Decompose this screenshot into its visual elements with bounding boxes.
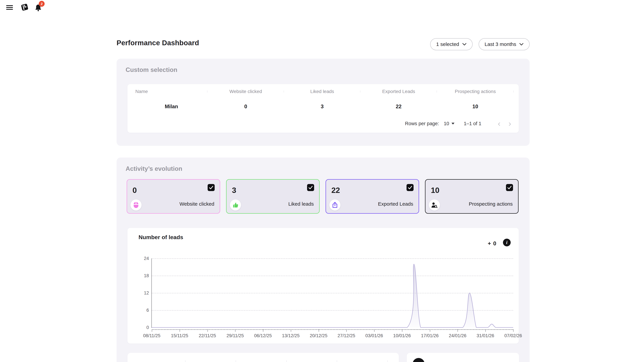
stat-card-liked-leads[interactable]: 3 Liked leads	[226, 179, 320, 214]
pagination-range: 1–1 of 1	[464, 121, 481, 126]
export-icon	[332, 202, 338, 208]
x-axis-tick-label: 22/11/25	[194, 333, 221, 338]
x-axis-tick-label: 10/01/26	[388, 333, 416, 338]
rows-per-page-select[interactable]: 10	[444, 121, 454, 126]
stat-label: Website clicked	[180, 201, 214, 207]
custom-selection-table: Name Website clicked Liked leads Exporte…	[128, 84, 519, 133]
table-row: Milan 0 3 22 10	[128, 99, 519, 114]
column-header-prospecting-actions: Prospecting actions	[437, 89, 514, 94]
y-axis-tick-label: 0	[136, 325, 149, 330]
table-header-row: Name Website clicked Liked leads Exporte…	[128, 84, 519, 99]
chart-delta-value: + 0	[488, 240, 496, 247]
chart-title: Number of leads	[138, 234, 183, 241]
app-logo-icon[interactable]	[20, 3, 29, 11]
header-filters: 1 selected Last 3 months	[430, 38, 530, 50]
column-header-website-clicked: Website clicked	[208, 89, 284, 94]
x-axis-tick-label: 08/11/25	[138, 333, 165, 338]
checkbox-checked-icon[interactable]	[208, 184, 215, 191]
selected-filter-dropdown[interactable]: 1 selected	[430, 38, 472, 50]
column-divider	[388, 360, 388, 362]
stat-card-website-clicked[interactable]: 0 Website clicked	[126, 179, 220, 214]
avatar	[412, 358, 425, 362]
row-cell-name: Milan	[128, 104, 208, 110]
number-of-leads-chart-panel: Number of leads + 0 i 24181260 08/11/251…	[128, 228, 519, 344]
x-axis-tick-label: 06/12/25	[250, 333, 276, 338]
x-axis-tick-label: 13/12/25	[278, 333, 304, 338]
hamburger-menu-icon[interactable]	[6, 5, 13, 10]
custom-selection-title: Custom selection	[126, 66, 177, 73]
previous-page-button[interactable]: ‹	[496, 119, 502, 128]
x-axis-tick	[208, 329, 208, 332]
performance-dashboard-page: 2 Performance Dashboard 1 selected Last …	[0, 0, 644, 362]
caret-down-icon	[452, 123, 454, 124]
checkbox-checked-icon[interactable]	[406, 184, 414, 191]
x-axis-tick-label: 03/01/26	[361, 333, 388, 338]
x-axis-tick	[180, 329, 180, 332]
rows-per-page-label: Rows per page:	[405, 121, 439, 126]
column-header-name: Name	[128, 89, 208, 94]
stat-label: Liked leads	[288, 201, 314, 207]
page-title: Performance Dashboard	[116, 39, 199, 47]
x-axis-tick-label: 07/02/26	[500, 333, 526, 338]
y-axis-tick-label: 12	[136, 291, 149, 296]
x-axis-tick-label: 29/11/25	[222, 333, 248, 338]
column-header-liked-leads: Liked leads	[284, 89, 360, 94]
x-axis-tick	[513, 329, 514, 332]
x-axis-tick-label: 24/01/26	[444, 333, 471, 338]
selected-filter-label: 1 selected	[436, 41, 459, 47]
x-axis-tick	[291, 329, 291, 332]
column-divider	[185, 360, 186, 362]
x-axis-tick	[319, 329, 319, 332]
stat-value: 22	[332, 186, 340, 195]
stat-value: 10	[431, 186, 440, 195]
row-cell-liked-leads: 3	[284, 104, 360, 110]
x-axis-tick	[485, 329, 486, 332]
x-axis-tick	[346, 329, 347, 332]
leads-series	[152, 258, 513, 328]
x-axis-tick-label: 17/01/26	[416, 333, 443, 338]
chevron-down-icon	[519, 43, 524, 45]
mouse-icon	[133, 202, 139, 208]
y-axis-tick-label: 18	[136, 273, 149, 278]
info-icon[interactable]: i	[503, 239, 511, 246]
stat-card-exported-leads[interactable]: 22 Exported Leads	[326, 179, 419, 214]
x-axis-tick-label: 27/12/25	[333, 333, 360, 338]
activity-evolution-title: Activity’s evolution	[126, 165, 182, 172]
stat-card-prospecting-actions[interactable]: 10 Prospecting actions	[425, 179, 518, 214]
stat-label: Exported Leads	[378, 201, 413, 207]
bottom-right-panel	[407, 353, 519, 362]
leads-area-chart: 24181260	[152, 258, 513, 328]
checkbox-checked-icon[interactable]	[307, 184, 314, 191]
next-page-button[interactable]: ›	[507, 119, 513, 128]
row-cell-exported-leads: 22	[360, 104, 437, 110]
rows-per-page-value: 10	[444, 121, 449, 126]
activity-evolution-card: Activity’s evolution 0 Website clicked 3…	[116, 158, 530, 362]
x-axis-tick	[430, 329, 430, 332]
bottom-left-panel	[128, 353, 399, 362]
column-divider	[286, 360, 286, 362]
x-axis-tick	[263, 329, 263, 332]
x-axis-tick	[458, 329, 458, 332]
custom-selection-card: Custom selection Name Website clicked Li…	[116, 59, 530, 146]
date-range-dropdown[interactable]: Last 3 months	[479, 38, 530, 50]
person-search-icon	[431, 202, 438, 208]
x-axis-tick	[235, 329, 236, 332]
x-axis-tick	[374, 329, 374, 332]
stat-value: 3	[232, 186, 236, 195]
x-axis-tick	[402, 329, 402, 332]
x-axis-tick	[152, 329, 152, 332]
column-divider	[236, 360, 236, 362]
checkbox-checked-icon[interactable]	[506, 184, 513, 191]
x-axis-line	[152, 329, 513, 330]
y-axis-tick-label: 24	[136, 256, 149, 261]
stat-label: Prospecting actions	[469, 201, 513, 207]
column-header-exported-leads: Exported Leads	[360, 89, 437, 94]
notification-count-badge: 2	[39, 1, 44, 7]
row-cell-prospecting-actions: 10	[437, 104, 514, 110]
thumbs-up-icon	[232, 202, 238, 208]
date-range-label: Last 3 months	[485, 41, 516, 47]
y-axis-tick-label: 6	[136, 308, 149, 313]
x-axis-tick-label: 20/12/25	[305, 333, 332, 338]
x-axis-tick-label: 15/11/25	[166, 333, 193, 338]
row-cell-website-clicked: 0	[208, 104, 284, 110]
